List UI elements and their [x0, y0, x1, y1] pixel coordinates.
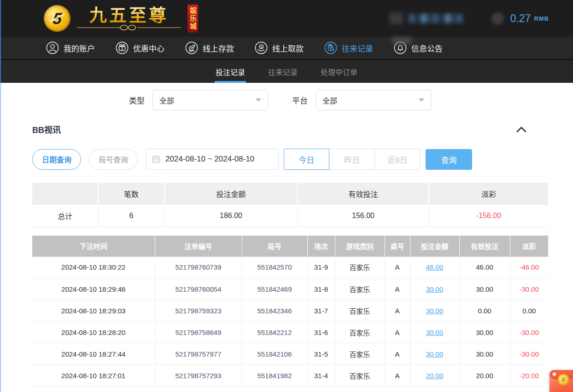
col-bet-time: 下注时间 [32, 236, 155, 257]
cell-bet-amount: 30.00 [410, 322, 459, 343]
records-icon [324, 41, 337, 54]
summary-header-blank [32, 183, 98, 205]
record-tabs: 投注记录 往来记录 处理中订单 [0, 60, 573, 83]
tab-transaction-records[interactable]: 往来记录 [267, 60, 298, 83]
coin-icon [491, 12, 504, 25]
tab-bet-records[interactable]: 投注记录 [215, 60, 246, 83]
last8days-button[interactable]: 近8日 [375, 149, 421, 170]
col-order-number: 注单编号 [155, 236, 242, 257]
site-logo[interactable]: 5 九五至尊 娱乐城 [44, 5, 198, 33]
logo-flourish-icon [76, 25, 182, 30]
cell-payout: -30.00 [510, 343, 548, 365]
yesterday-button[interactable]: 昨日 [329, 149, 375, 170]
cell-bet-time: 2024-08-10 18:27:44 [32, 343, 155, 365]
cell-round-number: 551842346 [242, 300, 307, 322]
cell-payout: -30.00 [510, 278, 548, 300]
notification-blur [392, 37, 411, 44]
summary-total-payout: -156.00 [429, 205, 548, 227]
cell-session: 31-8 [307, 278, 335, 300]
filter-row: 类型 全部 平台 全部 [129, 90, 548, 110]
col-bet-amount: 投注金额 [410, 236, 459, 257]
table-row: 2024-08-10 18:29:03521798759323551842346… [32, 300, 548, 322]
cell-session: 31-6 [307, 322, 335, 343]
bet-amount-link[interactable]: 20.00 [426, 372, 444, 380]
bet-records-table: 下注时间 注单编号 局号 场次 游戏类别 桌号 投注金额 有效投注 派彩 202… [32, 236, 548, 387]
bet-amount-link[interactable]: 30.00 [426, 329, 444, 336]
bet-amount-link[interactable]: 30.00 [426, 350, 444, 358]
table-row: 2024-08-10 18:28:20521798758649551842212… [32, 322, 548, 343]
nav-item-deposit[interactable]: 线上存款 [185, 41, 234, 54]
summary-total-bet-amount: 186.00 [164, 205, 298, 227]
cell-bet-amount: 46.00 [410, 257, 459, 278]
cell-session: 31-4 [307, 365, 335, 386]
cell-game-type: 百家乐 [335, 343, 385, 365]
type-select[interactable]: 全部 [152, 90, 268, 110]
cell-session: 31-5 [307, 343, 335, 365]
username-redacted [409, 14, 463, 23]
cell-order-number: 521798759323 [155, 300, 242, 322]
platform-select[interactable]: 全部 [316, 90, 431, 110]
deposit-icon [185, 41, 198, 54]
date-range-input[interactable]: 2024-08-10 ~ 2024-08-10 [146, 149, 279, 170]
cell-valid-bet: 30.00 [459, 278, 510, 300]
cell-valid-bet: 0.00 [459, 300, 510, 322]
collapse-button[interactable] [516, 126, 527, 133]
date-query-button[interactable]: 日期查询 [32, 149, 81, 170]
bet-amount-link[interactable]: 30.00 [426, 285, 444, 293]
table-row: 2024-08-10 18:30:22521798760739551842570… [32, 257, 548, 278]
cell-payout: -20.00 [510, 365, 548, 386]
tab-processing-orders[interactable]: 处理中订单 [320, 60, 358, 83]
balance-amount: 0.27 [510, 12, 531, 25]
summary-table: 笔数 投注金额 有效投注 派彩 总计 6 186.00 156.00 -156.… [32, 183, 548, 227]
round-query-button[interactable]: 局号查询 [89, 149, 138, 170]
bet-table-body: 2024-08-10 18:30:22521798760739551842570… [32, 257, 548, 386]
summary-header-payout: 派彩 [429, 183, 548, 205]
chevron-down-icon [419, 98, 424, 102]
today-button[interactable]: 今日 [284, 149, 329, 170]
cell-game-type: 百家乐 [335, 257, 385, 278]
query-toolbar: 日期查询 局号查询 2024-08-10 ~ 2024-08-10 今日 昨日 … [32, 149, 548, 170]
nav-item-transaction-records[interactable]: 往来记录 [324, 41, 373, 54]
col-table-number: 桌号 [385, 236, 410, 257]
summary-total-label: 总计 [32, 205, 98, 227]
cell-session: 31-7 [307, 300, 335, 322]
brand-title: 九五至尊 [89, 6, 169, 25]
cell-table-number: A [385, 322, 410, 343]
cell-valid-bet: 30.00 [459, 322, 510, 343]
col-round-number: 局号 [242, 236, 307, 257]
cell-round-number: 551842212 [242, 322, 307, 343]
bet-amount-link[interactable]: 30.00 [426, 307, 444, 315]
nav-item-my-account[interactable]: 我的账户 [46, 41, 95, 54]
cell-session: 31-9 [307, 257, 335, 278]
cell-game-type: 百家乐 [335, 365, 385, 386]
nav-item-withdraw[interactable]: $ 线上取款 [255, 41, 304, 54]
quick-range-group: 今日 昨日 近8日 [284, 149, 421, 170]
summary-header-count: 笔数 [98, 183, 164, 205]
summary-header-bet-amount: 投注金额 [164, 183, 298, 205]
table-row: 2024-08-10 18:27:44521798757977551842106… [32, 343, 548, 365]
nav-item-announcements[interactable]: 信息公告 [394, 41, 443, 54]
chevron-up-icon [516, 126, 527, 133]
cell-valid-bet: 46.00 [459, 257, 510, 278]
bet-amount-link[interactable]: 46.00 [426, 263, 444, 271]
cell-order-number: 521798760054 [155, 278, 242, 300]
svg-text:$: $ [261, 46, 263, 49]
cell-game-type: 百家乐 [335, 278, 385, 300]
cell-table-number: A [385, 300, 410, 322]
service-widget-icon[interactable]: ¥ [550, 370, 573, 392]
nav-item-promotions[interactable]: 优惠中心 [116, 41, 164, 54]
cell-round-number: 551842469 [242, 278, 307, 300]
main-content: 类型 全部 平台 全部 BB视讯 日期查询 局号查询 2024-08-10 ~ … [0, 90, 573, 386]
cell-bet-amount: 20.00 [410, 365, 459, 386]
summary-header-valid-bet: 有效投注 [298, 183, 429, 205]
col-valid-bet: 有效投注 [459, 236, 510, 257]
cell-bet-time: 2024-08-10 18:27:01 [32, 365, 155, 386]
search-button[interactable]: 查询 [426, 149, 472, 170]
cell-table-number: A [385, 343, 410, 365]
calendar-icon [152, 155, 160, 163]
col-session: 场次 [307, 236, 335, 257]
section-header: BB视讯 [32, 122, 548, 136]
cell-round-number: 551842570 [242, 257, 307, 278]
cell-round-number: 551842106 [242, 343, 307, 365]
cell-order-number: 521798757293 [155, 365, 242, 386]
